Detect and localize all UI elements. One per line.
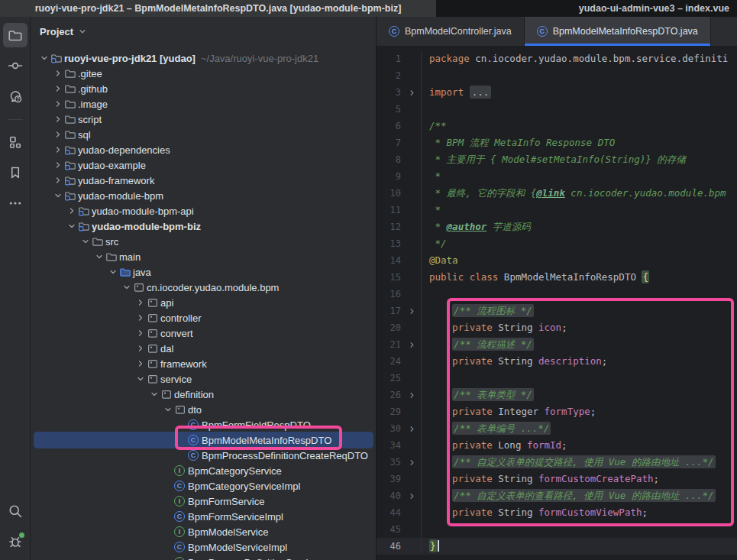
code-line-40[interactable]: 40 /** 自定义表单的查看路径, 使用 Vue 的路由地址 ...*/ [377, 487, 737, 504]
code-line-6[interactable]: 6/** [377, 118, 737, 134]
chevron-down-icon[interactable] [107, 266, 119, 278]
chevron-right-icon[interactable] [134, 358, 147, 370]
project-panel-title[interactable]: Project [40, 26, 73, 37]
tree-item-bpmformfieldrespdto[interactable]: CBpmFormFieldRespDTO [31, 417, 376, 432]
fold-arrow-icon[interactable] [402, 458, 421, 467]
tree-item-bpmformservice[interactable]: IBpmFormService [31, 494, 376, 509]
code-line-46[interactable]: 46} [377, 538, 737, 555]
chevron-right-icon[interactable] [52, 67, 64, 79]
chevron-right-icon[interactable] [52, 83, 64, 95]
tree-item-dal[interactable]: dal [31, 341, 376, 356]
code-line-15[interactable]: 15public class BpmModelMetaInfoRespDTO { [377, 269, 737, 286]
tree-item-yudao-module-bpm[interactable]: yudao-module-bpm [31, 188, 376, 203]
code-line-39[interactable]: 39 private String formCustomCreatePath; [377, 471, 737, 487]
code-line-9[interactable]: 9 * [377, 168, 737, 185]
code-line-29[interactable]: 29 private Integer formType; [377, 403, 737, 420]
chevron-right-icon[interactable] [52, 144, 64, 156]
structure-tool-button[interactable] [3, 130, 27, 154]
chevron-right-icon[interactable] [134, 312, 147, 324]
code-line-24[interactable]: 24 private String description; [377, 353, 737, 370]
editor-tab-bpmmodelcontroller-java[interactable]: CBpmModelController.java [377, 17, 525, 46]
tree-item-bpmprocessdefinitioncreatereqdto[interactable]: CBpmProcessDefinitionCreateReqDTO [31, 448, 376, 463]
code-line-35[interactable]: 35 /** 自定义表单的提交路径, 使用 Vue 的路由地址 ...*/ [377, 454, 737, 471]
commit-tool-button[interactable] [3, 53, 27, 78]
code-line-17[interactable]: 17 /** 流程图标 */ [377, 303, 737, 319]
chevron-down-icon[interactable] [38, 52, 50, 64]
chevron-down-icon[interactable] [79, 235, 92, 248]
tree-item-definition[interactable]: definition [31, 387, 376, 402]
code-line-21[interactable]: 21 /** 流程描述 */ [377, 336, 737, 353]
tree-item-main[interactable]: main [31, 249, 376, 264]
code-line-14[interactable]: 14@Data [377, 252, 737, 269]
code-line-44[interactable]: 44 private String formCustomViewPath; [377, 504, 737, 521]
search-everywhere-button[interactable] [3, 499, 27, 523]
fold-arrow-icon[interactable] [402, 89, 421, 97]
chevron-right-icon[interactable] [52, 128, 64, 141]
tree-item-bpmformserviceimpl[interactable]: CBpmFormServiceImpl [31, 509, 376, 524]
tree-item-yudao-dependencies[interactable]: yudao-dependencies [31, 142, 376, 157]
tree-item-bpmcategoryserviceimpl[interactable]: CBpmCategoryServiceImpl [31, 478, 376, 494]
chevron-right-icon[interactable] [66, 205, 78, 217]
chevron-down-icon[interactable] [93, 251, 105, 263]
tree-item-bpmcategoryservice[interactable]: IBpmCategoryService [31, 463, 376, 478]
tree-item-framework[interactable]: framework [31, 356, 376, 371]
tree-item-cn.iocoder.yudao.module.bpm[interactable]: cn.iocoder.yudao.module.bpm [31, 280, 376, 295]
code-line-30[interactable]: 30 /** 表单编号 ...*/ [377, 420, 737, 437]
code-line-34[interactable]: 34 private Long formId; [377, 437, 737, 454]
chevron-right-icon[interactable] [134, 342, 147, 354]
chevron-down-icon[interactable] [162, 403, 174, 416]
tree-item-src[interactable]: src [31, 234, 376, 249]
tree-item-.gitee[interactable]: .gitee [31, 66, 376, 81]
chevron-right-icon[interactable] [52, 174, 64, 186]
tree-item-java[interactable]: java [31, 264, 376, 280]
code-line-11[interactable]: 11 * [377, 202, 737, 218]
tree-item-bpmmodelservice[interactable]: IBpmModelService [31, 524, 376, 539]
fold-arrow-icon[interactable] [402, 307, 421, 316]
tree-item-bpmmodelserviceimpl[interactable]: CBpmModelServiceImpl [31, 539, 376, 555]
code-line-2[interactable]: 2 [377, 67, 737, 84]
debug-tool-button[interactable] [3, 529, 27, 554]
chevron-right-icon[interactable] [52, 159, 64, 171]
chevron-down-icon[interactable] [134, 373, 147, 385]
chevron-right-icon[interactable] [134, 327, 147, 339]
chevron-down-icon[interactable] [121, 281, 133, 293]
code-line-20[interactable]: 20 private String icon; [377, 319, 737, 336]
more-tool-windows-button[interactable] [3, 191, 27, 215]
chevron-right-icon[interactable] [52, 98, 64, 110]
code-line-45[interactable]: 45 [377, 521, 737, 538]
chevron-right-icon[interactable] [134, 296, 147, 309]
project-tool-button[interactable] [3, 23, 27, 47]
tree-item-bpmprocessdefinitionservice[interactable]: IBpmProcessDefinitionService [31, 555, 376, 560]
chevron-right-icon[interactable] [52, 113, 64, 125]
chevron-down-icon[interactable] [52, 189, 64, 202]
chevron-down-icon[interactable] [66, 220, 78, 232]
tree-item-dto[interactable]: dto [31, 402, 376, 417]
code-line-10[interactable]: 10 * 最终, 它的字段和 {@link cn.iocoder.yudao.m… [377, 185, 737, 202]
fold-arrow-icon[interactable] [402, 492, 421, 500]
fold-arrow-icon[interactable] [402, 341, 421, 349]
tree-item-yudao-module-bpm-api[interactable]: yudao-module-bpm-api [31, 203, 376, 218]
chevron-down-icon[interactable] [148, 388, 160, 400]
tree-item-script[interactable]: script [31, 112, 376, 127]
code-line-16[interactable]: 16 [377, 286, 737, 303]
code-line-25[interactable]: 25 [377, 370, 737, 387]
code-line-13[interactable]: 13 */ [377, 235, 737, 252]
code-line-5[interactable]: 5 [377, 101, 737, 118]
tree-item-convert[interactable]: convert [31, 325, 376, 341]
tree-item-api[interactable]: api [31, 295, 376, 310]
pull-requests-tool-button[interactable]: ? [3, 84, 27, 108]
tree-item-.github[interactable]: .github [31, 81, 376, 96]
code-line-26[interactable]: 26 /** 表单类型 */ [377, 387, 737, 403]
bookmarks-tool-button[interactable] [3, 160, 27, 185]
code-line-3[interactable]: 3import ... [377, 84, 737, 101]
tree-item-yudao-module-bpm-biz[interactable]: yudao-module-bpm-biz [31, 218, 376, 234]
code-line-8[interactable]: 8 * 主要用于 { Model#setMetaInfo(String)} 的存… [377, 151, 737, 168]
fold-arrow-icon[interactable] [402, 391, 421, 400]
tree-item-.image[interactable]: .image [31, 96, 376, 112]
tree-item-sql[interactable]: sql [31, 127, 376, 142]
tree-item-bpmmodelmetainforespdto[interactable]: CBpmModelMetaInfoRespDTO [31, 432, 376, 448]
tree-item-yudao-example[interactable]: yudao-example [31, 157, 376, 173]
code-line-12[interactable]: 12 * @author 芋道源码 [377, 218, 737, 235]
tree-item-yudao-framework[interactable]: yudao-framework [31, 173, 376, 188]
code-editor[interactable]: 1package cn.iocoder.yudao.module.bpm.ser… [377, 46, 737, 560]
